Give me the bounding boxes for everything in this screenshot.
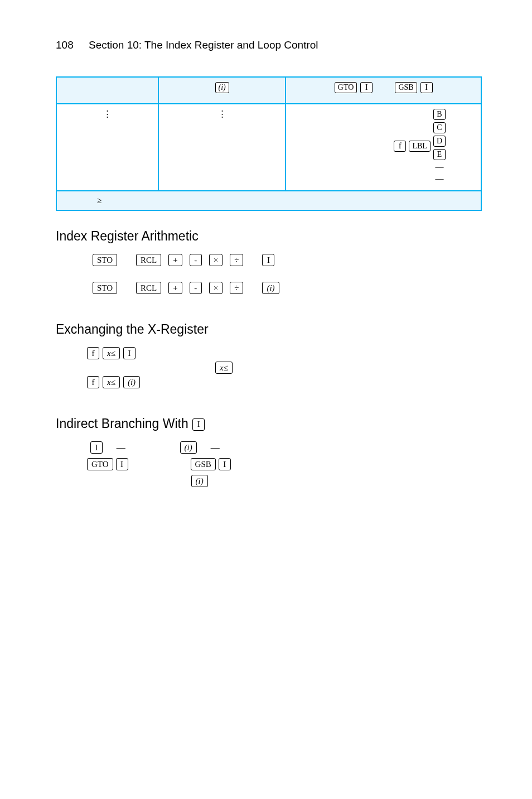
f-key-3: f [87,376,99,388]
i-key-b: (i) [262,282,279,294]
heading-branching: Indirect Branching With I [56,416,482,431]
I-key-g: I [219,458,231,470]
f-key: f [394,141,406,152]
i-key-e: (i) [191,475,208,487]
emdash-d: — [211,442,220,453]
page-header: 108 Section 10: The Index Register and L… [56,39,482,51]
sto-key: STO [93,254,117,266]
f-key-2: f [87,347,99,359]
heading-xreg: Exchanging the X-Register [56,322,482,337]
table-cell-1-1: ⋮ [56,104,158,191]
heading-index-arith: Index Register Arithmetic [56,229,482,244]
times-key-2: × [209,282,223,294]
arith-line-2: STO RCL + - × ÷ (i) [92,282,482,294]
i-key-d: (i) [180,441,197,454]
table-head-col1 [56,77,158,104]
sto-key-2: STO [93,282,117,294]
xreg-block: f x≤ I x≤ f x≤ (i) [86,347,482,388]
i-key-icon: (i) [215,82,229,93]
plus-key-2: + [168,282,182,294]
times-key: × [209,254,223,266]
arith-line-1: STO RCL + - × ÷ I [92,254,482,266]
B-key: B [433,109,446,120]
emdash-b: — [435,174,443,184]
minus-key: - [190,254,202,266]
rcl-key-2: RCL [136,282,161,294]
plus-key: + [168,254,182,266]
I-key-c: I [262,254,274,266]
emdash-c: — [117,442,125,453]
I-key-b: I [420,82,433,93]
xswap-key-b: x≤ [103,376,120,388]
page-number: 108 [56,39,74,51]
i-key-c: (i) [123,376,140,388]
gto-key: GTO [335,82,357,93]
table-foot-geq: ≥ [56,191,481,210]
div-key: ÷ [230,254,243,266]
emdash-a: — [435,162,443,172]
div-key-2: ÷ [230,282,243,294]
D-key: D [433,136,446,147]
xswap-key-a: x≤ [103,347,120,359]
table-cell-1-2: ⋮ [158,104,286,191]
E-key: E [433,149,446,160]
I-key-heading: I [192,418,205,431]
gsb-key: GSB [395,82,417,93]
I-key-d: I [123,347,136,359]
section-title: Section 10: The Index Register and Loop … [89,39,318,51]
I-key-e: I [90,441,103,454]
table-head-col2: (i) [158,77,286,104]
table-head-col3: GTO I GSB I [286,77,481,104]
lbl-key: LBL [409,141,430,152]
gsb-key-2: GSB [191,458,216,470]
gto-key-2: GTO [87,458,113,470]
C-key: C [433,122,446,133]
xswap-key-mid: x≤ [215,362,233,374]
I-key-a: I [360,82,373,93]
branching-block: I — GTO I (i) — GSB I (i) [86,441,482,487]
rcl-key: RCL [136,254,161,266]
index-register-table: (i) GTO I GSB I ⋮ ⋮ f LBL B C [56,76,482,211]
minus-key-2: - [190,282,202,294]
I-key-f: I [116,458,128,470]
table-cell-1-3: f LBL B C D E — — [286,104,481,191]
